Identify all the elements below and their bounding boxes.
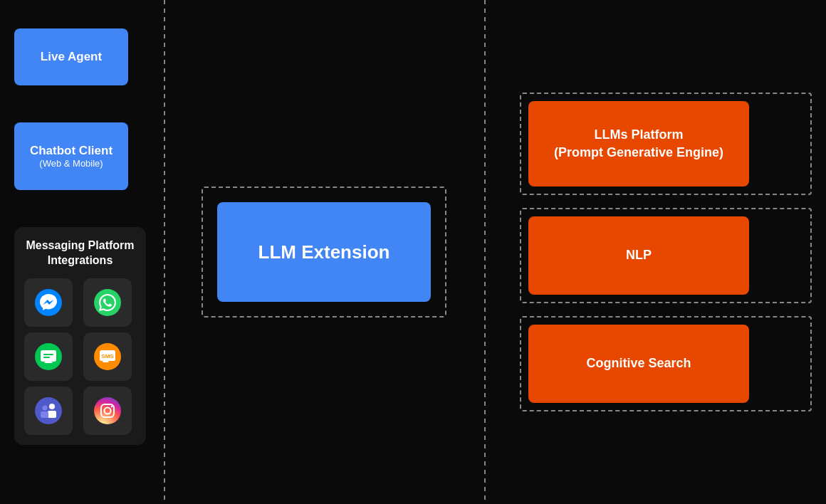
chatbot-client-subtitle: (Web & Mobile) xyxy=(39,158,103,169)
instagram-icon-cell xyxy=(83,387,132,435)
svg-point-10 xyxy=(49,404,55,409)
live-agent-label: Live Agent xyxy=(41,50,102,64)
nlp-dashed: NLP xyxy=(520,208,812,303)
svg-point-12 xyxy=(43,405,48,410)
dashed-vertical-left xyxy=(164,0,165,504)
llm-extension-outer: LLM Extension xyxy=(202,187,446,317)
llms-line1: LLMs Platform xyxy=(594,126,683,144)
nlp-box: NLP xyxy=(528,216,749,295)
teams-icon-cell xyxy=(24,387,73,435)
live-agent-box: Live Agent xyxy=(14,28,128,85)
whatsapp-icon-cell xyxy=(83,278,132,327)
svg-point-0 xyxy=(35,289,62,316)
svg-point-17 xyxy=(110,405,112,406)
cognitive-search-dashed: Cognitive Search xyxy=(520,316,812,411)
svg-rect-11 xyxy=(48,411,56,418)
llm-extension-box: LLM Extension xyxy=(217,202,431,302)
sms-icon-cell: SMS xyxy=(83,332,132,381)
messenger-icon xyxy=(35,289,62,316)
messaging-platform-box: Messaging Platform Integrations xyxy=(14,227,146,445)
svg-point-1 xyxy=(94,289,121,316)
middle-column: LLM Extension xyxy=(192,0,456,504)
diagram-container: Live Agent Chatbot Client (Web & Mobile)… xyxy=(0,0,826,504)
svg-text:SMS: SMS xyxy=(101,353,114,359)
messaging-icons-grid: SMS xyxy=(24,278,136,435)
cognitive-search-box: Cognitive Search xyxy=(528,325,749,403)
llm-extension-label: LLM Extension xyxy=(258,241,390,263)
llms-line2: (Prompt Generative Engine) xyxy=(554,144,723,162)
cognitive-search-label: Cognitive Search xyxy=(586,355,691,372)
svg-rect-5 xyxy=(43,357,50,358)
right-connector xyxy=(456,0,513,504)
messenger-icon-cell xyxy=(24,278,73,327)
sms-icon: SMS xyxy=(94,343,121,370)
svg-rect-3 xyxy=(41,350,56,362)
svg-point-14 xyxy=(94,397,121,424)
instagram-icon xyxy=(94,397,121,424)
whatsapp-icon xyxy=(94,289,121,316)
teams-icon xyxy=(35,397,62,424)
chat-icon-cell xyxy=(24,332,73,381)
left-column: Live Agent Chatbot Client (Web & Mobile)… xyxy=(0,0,135,504)
messaging-platform-title: Messaging Platform Integrations xyxy=(24,238,136,268)
chatbot-client-title: Chatbot Client xyxy=(30,144,113,158)
svg-point-9 xyxy=(35,397,62,424)
left-connector xyxy=(135,0,192,504)
chat-icon xyxy=(35,343,62,370)
nlp-label: NLP xyxy=(626,246,652,264)
llms-platform-box: LLMs Platform (Prompt Generative Engine) xyxy=(528,101,749,187)
svg-rect-13 xyxy=(41,411,48,418)
svg-rect-4 xyxy=(43,354,53,355)
chatbot-client-box: Chatbot Client (Web & Mobile) xyxy=(14,122,128,190)
right-column: LLMs Platform (Prompt Generative Engine)… xyxy=(513,0,826,504)
llms-platform-dashed: LLMs Platform (Prompt Generative Engine) xyxy=(520,93,812,195)
dashed-vertical-right xyxy=(484,0,486,504)
